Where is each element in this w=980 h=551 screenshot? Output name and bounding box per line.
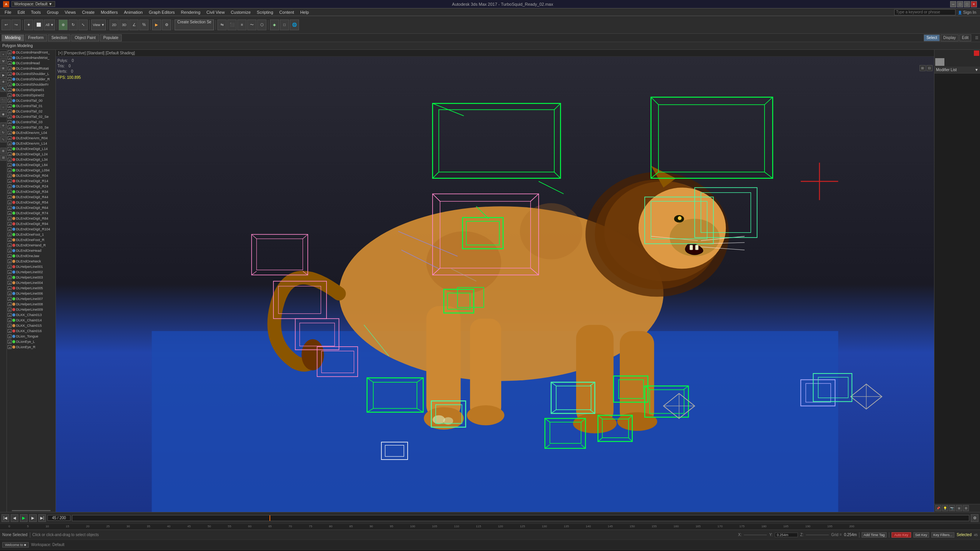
scene-list-item[interactable]: ◈ DLEndOneDigit_R04 [7,173,56,178]
scene-list-item[interactable]: ◈ DLEndOneArm_R04 [7,135,56,141]
scene-list-item[interactable]: ◈ DLHelperLine008 [7,302,56,307]
scene-list-item[interactable]: ◈ DLEndOneDigit_L094 [7,168,56,173]
scene-list-item[interactable]: ◈ DLHelperLine004 [7,280,56,285]
rotate-icon[interactable]: ↻ [0,129,7,135]
color-swatch[interactable] [935,58,944,66]
scene-list-item[interactable]: ◈ DLEndOneDigit_R14 [7,178,56,184]
scene-list-item[interactable]: ◈ DLControlShoulder_L [7,71,56,77]
scene-list-item[interactable]: ◈ DLEndOneJaw [7,253,56,259]
scene-list-item[interactable]: ◈ DLEndOneDigit_R104 [7,227,56,232]
timeline-track[interactable] [72,515,969,521]
paint-select-icon[interactable]: ◉ [0,111,7,117]
menu-edit[interactable]: Edit [15,9,28,15]
environment-button[interactable]: 🌐 [290,20,299,30]
scene-list-item[interactable]: ◈ DLEndOneNeck [7,259,56,264]
scene-list-item[interactable]: ◈ DLControlTail_02_Se [7,114,56,119]
scene-list-item[interactable]: ◈ DLControlTail_03 [7,119,56,125]
scene-list-item[interactable]: ◈ DLEndOneDigit_R84 [7,216,56,221]
scene-list-item[interactable]: ◈ DLKK_Chain013 [7,312,56,318]
maximize-viewport-btn[interactable]: ⊞ [920,65,926,71]
select-region-button[interactable]: ⬜ [34,20,43,30]
modifier-dropdown-icon[interactable]: ▼ [975,68,978,72]
restore-button[interactable]: □ [964,1,970,7]
close-button[interactable]: ✕ [971,1,977,7]
scene-list-item[interactable]: ◈ DLHelperLine006 [7,291,56,296]
select-object-button[interactable]: ✦ [24,20,33,30]
light-icon[interactable]: 💡 [942,505,948,511]
scene-list-item[interactable]: ◈ DLHelperLine002 [7,269,56,275]
scene-list-item[interactable]: ◈ DLion_Tongue [7,334,56,339]
main-viewport[interactable]: [+] [Perspective] [Standard] [Default Sh… [56,50,934,512]
menu-animation[interactable]: Animation [121,9,146,15]
tab-populate[interactable]: Populate [100,34,122,41]
subtab-display[interactable]: Display [941,34,959,41]
scene-list-item[interactable]: ◈ DLControlTail_00 [7,98,56,103]
utilities-icon[interactable]: 🔧 [0,86,7,92]
add-time-tag-button[interactable]: Add Time Tag [862,532,887,538]
scene-list-item[interactable]: ◈ DLEndOneDigit_R54 [7,200,56,205]
select-filter-icon[interactable]: ⬛ [0,97,7,103]
frame-counter[interactable]: 45 / 200 [47,515,70,521]
snap-2d-button[interactable]: 2D [109,20,119,30]
mirror-button[interactable]: ⇋ [217,20,227,30]
scale-icon[interactable]: ⤡ [0,136,7,142]
scene-list-item[interactable]: ◈ DLKK_Chain014 [7,318,56,323]
camera-icon[interactable]: 📷 [949,505,955,511]
create-selection-set-button[interactable]: Create Selection Se [175,20,214,30]
scene-list-item[interactable]: ◈ DLEndOneFoot_1 [7,232,56,237]
scene-list-item[interactable]: ◈ DLControlHead [7,60,56,66]
layer-button[interactable]: ≡ [237,20,247,30]
subtab-edit[interactable]: Edit [959,34,971,41]
scene-list-item[interactable]: ◈ DLControlSpine01 [7,87,56,93]
scene-list-item[interactable]: ◈ DLEndOneDigit_R44 [7,194,56,200]
scene-list-item[interactable]: ◈ DLControlHandFront_ [7,50,56,55]
scene-list-item[interactable]: ◈ DLHelperLine007 [7,296,56,302]
modifier-list-header[interactable]: Modifier List ▼ [934,67,980,73]
scene-list[interactable]: ◈ DLControlHandFront_ ◈ DLControlHandWri… [7,50,56,509]
scene-list-item[interactable]: ◈ DLHelperLine005 [7,285,56,291]
rotate-button[interactable]: ↻ [69,20,78,30]
curve-editor-button[interactable]: 〜 [247,20,256,30]
scene-list-item[interactable]: ◈ DLControlTail_03_Se [7,125,56,130]
menu-help[interactable]: Help [297,9,312,15]
settings-icon[interactable]: ⚙ [963,505,969,511]
menu-create[interactable]: Create [79,9,98,15]
scene-list-item[interactable]: ◈ DLKK_Chain016 [7,328,56,334]
scene-list-item[interactable]: ◈ DLControlHeadRotati [7,66,56,71]
workspace-dropdown[interactable]: Workspace: Default ▼ [11,1,55,7]
motion-icon[interactable]: ▶ [0,72,7,78]
create-icon[interactable]: + [0,51,7,57]
modify-icon[interactable]: ⚒ [0,58,7,64]
hierarchy-icon[interactable]: ⊞ [0,65,7,71]
render-button[interactable]: ▶ [152,20,161,30]
key-filters-button[interactable]: Key Filters... [931,532,954,538]
display-icon[interactable]: 👁 [0,79,7,85]
set-key-button[interactable]: Set Key [913,532,929,538]
scene-list-item[interactable]: ◈ DLEndOneDigit_R74 [7,210,56,216]
go-start-button[interactable]: |◀ [2,514,9,522]
render-frame-button[interactable]: □ [280,20,289,30]
move-button[interactable]: ⊕ [59,20,68,30]
snap-icon[interactable]: ⊞ [0,148,7,154]
scene-list-item[interactable]: ◈ DLEndOneDigit_L14 [7,146,56,152]
scene-list-item[interactable]: ◈ DLEndOneDigit_R64 [7,205,56,210]
next-frame-button[interactable]: ▶ [29,514,37,522]
menu-file[interactable]: File [2,9,15,15]
scene-list-item[interactable]: ◈ DLControlTail_02 [7,109,56,114]
go-end-button[interactable]: ▶| [38,514,46,522]
snap-3d-button[interactable]: 3D [119,20,129,30]
horizontal-scrollbar[interactable] [12,510,51,511]
scene-list-item[interactable]: ◈ DLEndOneDigit_L84 [7,162,56,168]
menu-customize[interactable]: Customize [228,9,254,15]
auto-key-button[interactable]: Auto Key [892,532,911,538]
scene-list-item[interactable]: ◈ DLEndOneDigit_R34 [7,189,56,194]
scene-list-item[interactable]: ◈ DLEndOneHead [7,248,56,253]
minimize-button[interactable]: ─ [950,1,956,7]
scene-list-item[interactable]: ◈ DLEndOneDigit_L24 [7,152,56,157]
redo-button[interactable]: ↪ [11,20,21,30]
sign-in-button[interactable]: 👤 Sign In [956,10,978,15]
pin-icon[interactable]: 📌 [935,505,941,511]
snap-percent-button[interactable]: % [139,20,149,30]
scene-list-item[interactable]: ◈ DLControlTail_01 [7,103,56,109]
viewport-corner-controls[interactable]: ⊞ ⊟ [920,65,933,71]
